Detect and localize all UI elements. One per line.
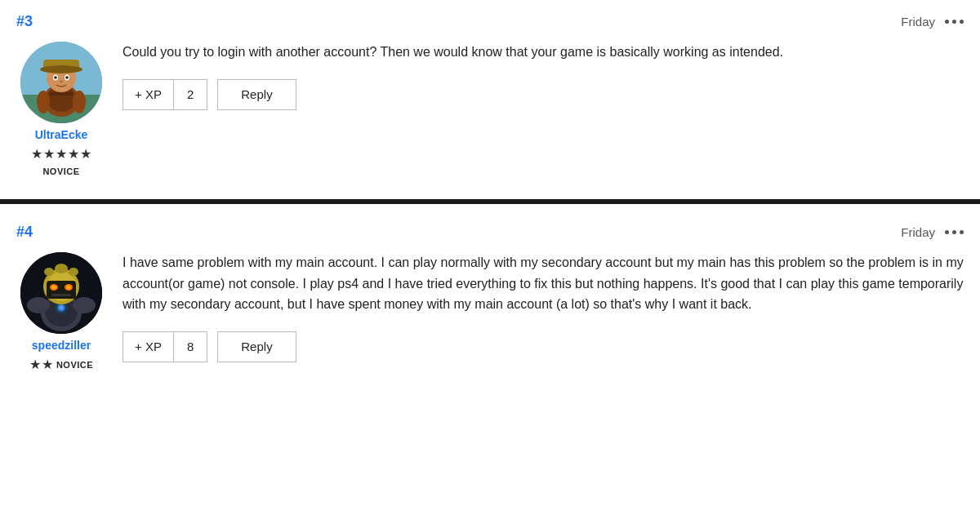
xp-count-3: 2 xyxy=(174,80,207,109)
star-icon: ★ xyxy=(80,146,91,162)
user-rank-row-4: ★ ★ NOVICE xyxy=(29,357,93,372)
more-options-button-4[interactable] xyxy=(945,230,964,234)
stars-4: ★ ★ xyxy=(29,357,53,372)
dot-icon xyxy=(960,20,964,24)
more-options-button-3[interactable] xyxy=(945,20,964,24)
post-meta-4: Friday xyxy=(901,225,964,239)
rank-label-4: NOVICE xyxy=(56,360,93,370)
star-icon: ★ xyxy=(42,357,53,372)
svg-point-10 xyxy=(54,76,57,79)
svg-point-7 xyxy=(40,65,82,73)
post-body-3: UltraEcke ★ ★ ★ ★ ★ NOVICE Could you try… xyxy=(16,42,964,176)
username-3[interactable]: UltraEcke xyxy=(35,128,88,141)
post-timestamp-3: Friday xyxy=(901,15,935,29)
dot-icon xyxy=(960,230,964,234)
svg-point-30 xyxy=(27,297,50,313)
stars-3: ★ ★ ★ ★ ★ xyxy=(31,146,91,162)
svg-rect-29 xyxy=(51,294,71,296)
post-header-3: #3 Friday xyxy=(16,13,964,30)
svg-point-32 xyxy=(55,264,68,273)
svg-point-31 xyxy=(73,297,96,313)
post-content-3: Could you try to login with another acco… xyxy=(122,42,964,176)
xp-button-4[interactable]: + XP 8 xyxy=(122,331,207,362)
star-icon: ★ xyxy=(31,146,42,162)
post-number-3[interactable]: #3 xyxy=(16,13,33,30)
star-icon: ★ xyxy=(68,146,79,162)
svg-point-14 xyxy=(37,91,50,113)
post-3: #3 Friday xyxy=(0,0,980,193)
svg-rect-13 xyxy=(49,92,74,95)
avatar-4 xyxy=(20,252,102,334)
svg-point-33 xyxy=(44,268,54,276)
svg-point-11 xyxy=(65,76,69,79)
svg-point-28 xyxy=(66,286,71,290)
reply-button-3[interactable]: Reply xyxy=(217,79,296,110)
svg-point-15 xyxy=(73,91,86,113)
xp-button-3[interactable]: + XP 2 xyxy=(122,79,207,110)
post-meta-3: Friday xyxy=(901,15,964,29)
username-4[interactable]: speedziller xyxy=(32,339,91,352)
svg-point-34 xyxy=(69,268,78,276)
xp-count-4: 8 xyxy=(174,332,207,362)
xp-plus-label-3[interactable]: + XP xyxy=(123,80,174,109)
divider xyxy=(0,199,980,204)
svg-point-12 xyxy=(60,81,63,83)
post-actions-3: + XP 2 Reply xyxy=(122,79,964,110)
post-text-3: Could you try to login with another acco… xyxy=(122,42,964,63)
post-text-4: I have same problem with my main account… xyxy=(122,252,964,315)
post-content-4: I have same problem with my main account… xyxy=(122,252,964,372)
post-timestamp-4: Friday xyxy=(901,225,935,239)
post-header-4: #4 Friday xyxy=(16,224,964,241)
dot-icon xyxy=(945,20,949,24)
user-info-3: UltraEcke ★ ★ ★ ★ ★ NOVICE xyxy=(16,42,106,176)
reply-button-4[interactable]: Reply xyxy=(217,331,296,362)
rank-label-3: NOVICE xyxy=(42,166,79,176)
star-icon: ★ xyxy=(56,146,67,162)
post-number-4[interactable]: #4 xyxy=(16,224,33,241)
svg-point-27 xyxy=(51,286,56,290)
dot-icon xyxy=(945,230,949,234)
avatar-3 xyxy=(20,42,102,123)
user-info-4: speedziller ★ ★ NOVICE xyxy=(16,252,106,372)
xp-plus-label-4[interactable]: + XP xyxy=(123,332,174,362)
svg-point-21 xyxy=(59,305,64,310)
post-actions-4: + XP 8 Reply xyxy=(122,331,964,362)
star-icon: ★ xyxy=(29,357,41,372)
dot-icon xyxy=(952,20,956,24)
user-rank-row-3: ★ ★ ★ ★ ★ xyxy=(31,146,91,162)
star-icon: ★ xyxy=(43,146,55,162)
post-4: #4 Friday xyxy=(0,211,980,388)
dot-icon xyxy=(952,230,956,234)
post-body-4: speedziller ★ ★ NOVICE I have same probl… xyxy=(16,252,964,372)
